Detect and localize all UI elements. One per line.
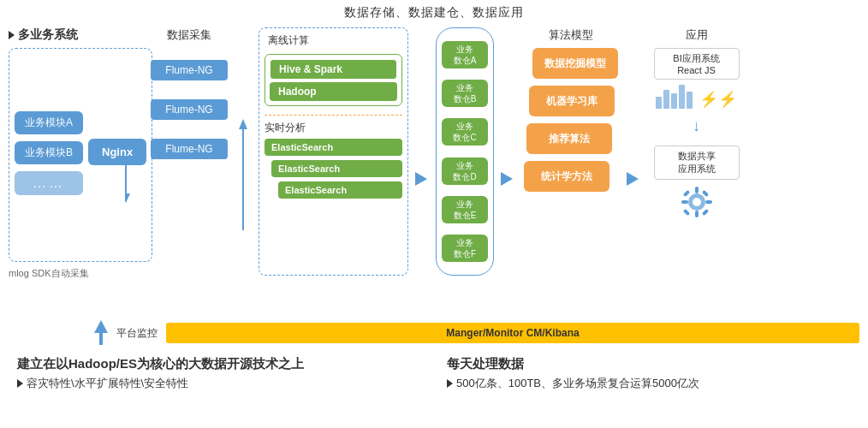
svg-rect-9 — [695, 187, 699, 193]
bottom-section: 平台监控 Manger/Monitor CM/Kibana — [0, 317, 868, 349]
shared-app-label: 数据共享应用系统 — [654, 146, 740, 180]
arrow-icon-1 — [125, 156, 144, 207]
svg-point-8 — [693, 198, 701, 206]
monitor-bar: Manger/Monitor CM/Kibana — [166, 323, 859, 343]
bar-2 — [663, 90, 669, 109]
svg-rect-16 — [701, 209, 708, 216]
warehouse-col: 业务数仓A 业务数仓B 业务数仓C 业务数仓D 业务数仓E 业务数仓F — [436, 27, 494, 276]
svg-marker-6 — [627, 172, 639, 186]
svg-rect-12 — [705, 200, 712, 204]
footer-sub-content: 容灾特性\水平扩展特性\安全特性 — [27, 376, 188, 391]
monitor-row: 平台监控 Manger/Monitor CM/Kibana — [94, 320, 859, 346]
wh-d: 业务数仓D — [442, 158, 488, 185]
collect-col: 数据采集 Flume-NG Flume-NG Flume-NG — [151, 27, 228, 276]
wh-e: 业务数仓E — [442, 196, 488, 223]
arrow-2 — [235, 55, 252, 303]
svg-rect-13 — [682, 190, 689, 197]
bar-1 — [656, 97, 662, 109]
down-arrow-icon: ↓ — [693, 117, 700, 135]
footer-right: 每天处理数据 500亿条、100TB、多业务场景复合运算5000亿次 — [447, 356, 851, 391]
biz-module-b: 业务模块B — [15, 141, 83, 164]
svg-rect-11 — [681, 200, 688, 204]
arrow-icon-5 — [627, 172, 640, 186]
arrow-icon-footer-r — [447, 379, 453, 388]
bi-app-label: BI应用系统React JS — [654, 48, 740, 80]
footer-right-title: 每天处理数据 — [447, 356, 851, 372]
bar-5 — [687, 92, 693, 109]
wh-f: 业务数仓F — [442, 235, 488, 262]
svg-marker-1 — [125, 193, 130, 203]
section-divider — [265, 115, 402, 116]
es-box-3: ElasticSearch — [278, 181, 402, 199]
svg-marker-4 — [415, 172, 427, 186]
wh-c: 业务数仓C — [442, 118, 488, 146]
offline-title-row: 离线计算 — [265, 33, 402, 51]
biz-modules: 业务模块A 业务模块B …… — [15, 111, 83, 199]
compute-col: 离线计算 Hive & Spark Hadoop 实时分析 ElasticSea… — [259, 27, 408, 276]
flume-ng-3: Flume-NG — [151, 139, 228, 159]
algo-card-3: 推荐算法 — [526, 123, 612, 154]
hive-spark-box: Hive & Spark — [270, 59, 397, 80]
arrow-icon-3 — [415, 172, 429, 186]
arrow-3 — [415, 55, 429, 303]
svg-rect-15 — [682, 209, 689, 216]
es-box-2: ElasticSearch — [271, 160, 402, 177]
flume-ng-1: Flume-NG — [151, 60, 228, 80]
bar-4 — [679, 85, 685, 109]
footer: 建立在以Hadoop/ES为核心的大数据开源技术之上 容灾特性\水平扩展特性\安… — [0, 349, 868, 391]
footer-right-sub: 500亿条、100TB、多业务场景复合运算5000亿次 — [447, 376, 851, 391]
svg-marker-3 — [239, 119, 247, 129]
realtime-section: 实时分析 ElasticSearch ElasticSearch Elastic… — [265, 121, 402, 270]
monitor-label: 平台监控 — [116, 326, 158, 341]
footer-left: 建立在以Hadoop/ES为核心的大数据开源技术之上 容灾特性\水平扩展特性\安… — [17, 356, 421, 391]
biz-module-a: 业务模块A — [15, 111, 83, 134]
algorithm-col: 算法模型 数据挖掘模型 机器学习库 推荐算法 统计学方法 — [521, 27, 620, 219]
app-title: 应用 — [686, 27, 708, 43]
footer-sub-text: 容灾特性\水平扩展特性\安全特性 — [17, 376, 421, 391]
footer-right-content: 500亿条、100TB、多业务场景复合运算5000亿次 — [456, 376, 699, 391]
arrow-4 — [501, 55, 514, 303]
algo-card-4: 统计学方法 — [524, 161, 609, 192]
hadoop-box: Hadoop — [270, 82, 397, 101]
offline-section: Hive & Spark Hadoop — [265, 54, 402, 106]
es-box-1: ElasticSearch — [265, 139, 402, 156]
top-label: 数据存储、数据建仓、数据应用 — [0, 0, 868, 24]
arrow-icon — [9, 31, 15, 39]
algo-card-1: 数据挖掘模型 — [532, 48, 618, 79]
collect-title: 数据采集 — [167, 27, 211, 43]
arrow-icon-2 — [235, 102, 252, 256]
gear-icon-area — [680, 185, 714, 225]
mlog-label: mlog SDK自动采集 — [9, 267, 89, 280]
arrow-icon-4 — [501, 172, 514, 186]
svg-rect-18 — [99, 333, 103, 345]
flume-ng-2: Flume-NG — [151, 99, 228, 120]
svg-marker-5 — [501, 172, 513, 186]
arrow-icon-footer — [17, 379, 23, 388]
realtime-title: 实时分析 — [265, 121, 402, 135]
svg-rect-10 — [695, 211, 699, 217]
bar-chart-icon — [656, 83, 693, 109]
bar-3 — [671, 93, 677, 109]
bar-chart-icon-area: ⚡⚡ — [656, 83, 737, 109]
arrow-5 — [627, 55, 640, 303]
arrow-1 — [125, 57, 144, 306]
up-arrow-icon — [94, 320, 108, 346]
footer-main-text: 建立在以Hadoop/ES为核心的大数据开源技术之上 — [17, 356, 421, 372]
biz-module-dots: …… — [15, 171, 83, 195]
algo-stack: 数据挖掘模型 机器学习库 推荐算法 统计学方法 — [524, 48, 618, 219]
flume-list: Flume-NG Flume-NG Flume-NG — [151, 60, 228, 163]
app-col: 应用 BI应用系统React JS ⚡⚡ ↓ 数据共享应用系统 — [647, 27, 746, 225]
wh-a: 业务数仓A — [442, 41, 488, 68]
algo-title: 算法模型 — [549, 27, 593, 43]
algo-card-2: 机器学习库 — [529, 86, 615, 116]
gear-icon — [680, 185, 714, 219]
multi-biz-title: 多业务系统 — [9, 27, 78, 43]
wh-b: 业务数仓B — [442, 80, 488, 107]
es-list: ElasticSearch ElasticSearch ElasticSearc… — [265, 139, 402, 201]
svg-marker-17 — [94, 320, 108, 333]
plug-icon: ⚡⚡ — [699, 90, 737, 109]
offline-title: 离线计算 — [268, 33, 309, 48]
